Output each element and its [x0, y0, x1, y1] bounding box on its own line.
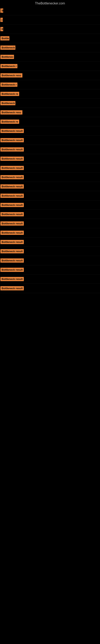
site-title-bar: TheBottlenecker.com [0, 0, 100, 6]
list-item: Bottleneck result [0, 247, 100, 256]
bottleneck-result-label: B [0, 8, 3, 13]
bottleneck-result-label: | [0, 18, 3, 22]
bottleneck-result-label: Bottleneck [0, 46, 15, 50]
bottleneck-result-label: Bottleneck result [0, 286, 24, 290]
bottleneck-result-label: Bottleneck result [0, 258, 24, 263]
bottleneck-result-label: Bottleneck result [0, 212, 24, 216]
bottleneck-result-label: Bottleneck result [0, 138, 24, 142]
bottleneck-result-label: Bottleneck result [0, 249, 24, 253]
bottleneck-result-label: Bottleneck resu [0, 73, 22, 78]
list-item: Bottleneck result [0, 238, 100, 247]
list-item: Bottleneck result [0, 265, 100, 274]
list-item: Bottleneck result [0, 154, 100, 164]
bottleneck-result-label: Bottleneck r [0, 82, 17, 87]
bottleneck-result-label: Bottleneck re [0, 92, 19, 96]
list-item: Bottleneck result [0, 126, 100, 136]
bottleneck-result-label: Bottleneck result [0, 240, 24, 244]
list-item: Bottleneck result [0, 200, 100, 210]
list-item: Bottleneck [0, 43, 100, 52]
list-item: Bottleneck result [0, 284, 100, 293]
bottleneck-result-label: Bottleneck result [0, 203, 24, 207]
list-item: Bottleneck result [0, 219, 100, 228]
list-item: Bottleneck resu [0, 71, 100, 80]
bottleneck-result-label: Bottlenec [0, 55, 14, 59]
bottleneck-result-label: Bottleneck result [0, 129, 24, 133]
list-item: Bottleneck result [0, 210, 100, 219]
bottleneck-result-label: Bottleneck resu [0, 110, 22, 114]
list-item: Bottleneck result [0, 164, 100, 173]
list-item: Bottleneck r [0, 80, 100, 89]
list-item: Bottleneck result [0, 274, 100, 284]
bottleneck-result-label: Bottleneck result [0, 175, 24, 179]
list-item: Bottlenec [0, 52, 100, 62]
list-item: E [0, 24, 100, 34]
list-item: Bottleneck r [0, 62, 100, 71]
bottleneck-result-label: Bottleneck result [0, 194, 24, 198]
bottleneck-result-label: Bottleneck re [0, 120, 19, 124]
bottleneck-result-label: Bottleneck result [0, 156, 24, 161]
list-item: Bottleneck re [0, 117, 100, 126]
site-title: TheBottlenecker.com [0, 0, 100, 6]
list-item: Bottleneck result [0, 136, 100, 145]
list-item: Bottleneck [0, 98, 100, 108]
bottleneck-result-label: Bottleneck result [0, 268, 24, 272]
list-item: Bottleneck re [0, 89, 100, 98]
list-item: | [0, 15, 100, 24]
list-item: Bottleneck resu [0, 108, 100, 117]
list-item: Bottle [0, 34, 100, 43]
list-item: Bottleneck result [0, 182, 100, 191]
bottleneck-result-label: Bottleneck r [0, 64, 17, 68]
bottleneck-result-label: Bottleneck result [0, 231, 24, 235]
bottleneck-result-label: Bottleneck result [0, 222, 24, 226]
list-item: Bottleneck result [0, 173, 100, 182]
bottleneck-result-label: E [0, 27, 3, 31]
bottleneck-result-label: Bottleneck result [0, 166, 24, 170]
list-item: Bottleneck result [0, 145, 100, 154]
bottleneck-result-label: Bottleneck result [0, 147, 24, 152]
list-item: Bottleneck result [0, 191, 100, 200]
list-item: Bottleneck result [0, 228, 100, 238]
bottleneck-result-label: Bottle [0, 36, 9, 40]
bottleneck-result-label: Bottleneck [0, 101, 15, 105]
list-item: B [0, 6, 100, 15]
bottleneck-result-label: Bottleneck result [0, 184, 24, 188]
content-area: B|EBottleBottleneckBottlenecBottleneck r… [0, 6, 100, 293]
bottleneck-result-label: Bottleneck result [0, 277, 24, 281]
list-item: Bottleneck result [0, 256, 100, 265]
